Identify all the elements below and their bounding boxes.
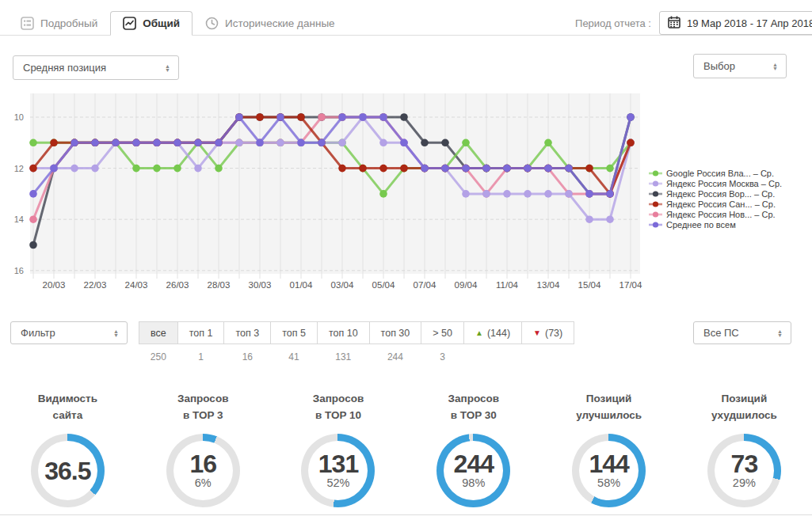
filter-button-label: топ 10 — [329, 328, 358, 339]
legend-item-2[interactable]: Яндекс Россия Вор... – Ср. — [648, 189, 782, 199]
svg-text:09/04: 09/04 — [455, 280, 478, 290]
gauge-title: Запросовв TOP 3 — [177, 390, 229, 423]
bottom-divider — [0, 514, 812, 515]
down-triangle-icon: ▼ — [533, 329, 541, 337]
gauge-title: Запросовв TOP 10 — [313, 390, 364, 423]
choose-select[interactable]: Выбор ▲▼ — [693, 54, 787, 78]
legend-label: Яндекс Россия Вор... – Ср. — [666, 189, 775, 199]
gauge-percent: 98% — [462, 476, 485, 490]
tab-1[interactable]: Общий — [110, 11, 193, 36]
select-arrows-icon: ▲▼ — [113, 329, 119, 337]
svg-text:28/03: 28/03 — [208, 280, 231, 290]
select-arrows-icon: ▲▼ — [777, 329, 783, 337]
series-marker-icon — [648, 200, 663, 208]
filter-button-label: топ 30 — [381, 328, 410, 339]
legend-label: Яндекс Россия Москва – Ср. — [666, 179, 782, 189]
filter-button-топ-3[interactable]: топ 3 — [223, 321, 271, 344]
gauge-title: Позицийулучшилось — [576, 390, 642, 423]
filter-count: 16 — [242, 351, 253, 362]
filter-button-label: топ 1 — [189, 328, 213, 339]
filter-count: 41 — [288, 351, 299, 362]
filter-button-топ-1[interactable]: топ 1 — [177, 321, 225, 344]
svg-text:12: 12 — [14, 164, 24, 173]
gauge-donut: 36.5 — [31, 434, 105, 507]
tab-label: Общий — [143, 17, 180, 29]
chart-legend: Google Россия Вла... – Ср.Яндекс Россия … — [648, 169, 782, 230]
gauge-1: Запросовв TOP 3166% — [135, 390, 271, 507]
select-arrows-icon: ▲▼ — [772, 63, 778, 70]
legend-item-3[interactable]: Яндекс Россия Сан... – Ср. — [648, 199, 782, 210]
legend-label: Среднее по всем — [666, 220, 736, 230]
filter-button-up[interactable]: ▲(144) — [463, 321, 522, 344]
report-period-picker[interactable]: 19 Мар 2018 - 17 Апр 2018 — [659, 11, 812, 35]
gauge-value: 16 — [189, 451, 216, 476]
legend-label: Яндекс Россия Сан... – Ср. — [666, 199, 776, 210]
filter-button-все[interactable]: все — [139, 321, 178, 344]
report-period: Период отчета : 19 Мар 2018 - 17 Апр 201… — [566, 11, 812, 35]
gauge-value: 73 — [731, 451, 758, 476]
series-marker-icon — [648, 169, 663, 177]
tab-label: Подробный — [40, 17, 97, 29]
gauge-value: 131 — [318, 451, 358, 476]
filter-button-label: (73) — [545, 328, 562, 339]
filter-button-label: все — [151, 328, 166, 339]
legend-label: Google Россия Вла... – Ср. — [666, 169, 774, 179]
gauge-title: Позицийухудшилось — [711, 390, 777, 423]
filter-select-value: Фильтр — [21, 327, 113, 339]
filter-count: 250 — [151, 351, 166, 362]
svg-text:30/03: 30/03 — [249, 280, 272, 290]
legend-item-4[interactable]: Яндекс Россия Нов... – Ср. — [648, 210, 782, 220]
search-engine-select[interactable]: Все ПС ▲▼ — [693, 321, 791, 344]
gauge-percent: 29% — [733, 476, 756, 490]
svg-text:07/04: 07/04 — [414, 280, 436, 290]
report-period-label: Период отчета : — [566, 17, 651, 29]
filter-count: 131 — [335, 351, 351, 362]
metric-select-value: Средняя позиция — [23, 62, 165, 74]
select-arrows-icon: ▲▼ — [165, 64, 170, 72]
gauge-percent: 6% — [195, 476, 212, 490]
gauge-5: Позицийухудшилось7329% — [677, 390, 812, 507]
legend-item-0[interactable]: Google Россия Вла... – Ср. — [648, 169, 782, 179]
history-clock-icon — [205, 17, 219, 30]
gauge-title: Видимостьсайта — [38, 390, 97, 423]
svg-text:01/04: 01/04 — [290, 280, 313, 290]
svg-text:17/04: 17/04 — [619, 280, 642, 290]
filter-select[interactable]: Фильтр ▲▼ — [10, 321, 128, 344]
filter-button-down[interactable]: ▼(73) — [521, 321, 574, 344]
svg-text:24/03: 24/03 — [125, 280, 148, 290]
series-marker-icon — [648, 211, 663, 218]
legend-item-1[interactable]: Яндекс Россия Москва – Ср. — [648, 179, 782, 189]
metric-select[interactable]: Средняя позиция ▲▼ — [13, 55, 179, 80]
svg-text:14: 14 — [14, 214, 24, 224]
calendar-icon — [668, 16, 680, 31]
filter-button-топ-10[interactable]: топ 10 — [317, 321, 370, 344]
summary-gauges: Видимостьсайта36.5Запросовв TOP 3166%Зап… — [0, 390, 812, 507]
legend-item-5[interactable]: Среднее по всем — [648, 220, 782, 230]
filter-count: 244 — [387, 351, 403, 362]
filter-button->-50[interactable]: > 50 — [421, 321, 464, 344]
tab-label: Исторические данные — [225, 17, 335, 29]
dashboard-page: ПодробныйОбщийИсторические данные Период… — [0, 0, 812, 520]
report-period-value: 19 Мар 2018 - 17 Апр 2018 — [687, 17, 812, 29]
gauge-donut: 14458% — [572, 434, 646, 507]
svg-text:20/03: 20/03 — [43, 280, 66, 290]
detailed-report-icon — [21, 17, 34, 30]
svg-text:22/03: 22/03 — [84, 280, 107, 290]
gauge-value: 144 — [589, 451, 628, 476]
gauge-donut: 24498% — [436, 434, 510, 507]
tabs-bar: ПодробныйОбщийИсторические данные — [8, 11, 348, 35]
svg-text:10: 10 — [14, 112, 24, 122]
gauge-value: 244 — [454, 451, 494, 476]
gauge-percent: 52% — [326, 476, 349, 490]
svg-text:15/04: 15/04 — [578, 280, 601, 290]
series-marker-icon — [648, 221, 663, 229]
gauge-2: Запросовв TOP 1013152% — [271, 390, 406, 507]
filter-button-label: > 50 — [433, 328, 452, 339]
filter-button-топ-30[interactable]: топ 30 — [369, 321, 422, 344]
tab-0[interactable]: Подробный — [8, 11, 110, 35]
gauge-3: Запросовв TOP 3024498% — [406, 390, 541, 507]
tab-2[interactable]: Исторические данные — [193, 11, 348, 35]
filter-button-топ-5[interactable]: топ 5 — [270, 321, 318, 344]
gauge-donut: 166% — [166, 434, 240, 507]
series-marker-icon — [648, 180, 663, 188]
